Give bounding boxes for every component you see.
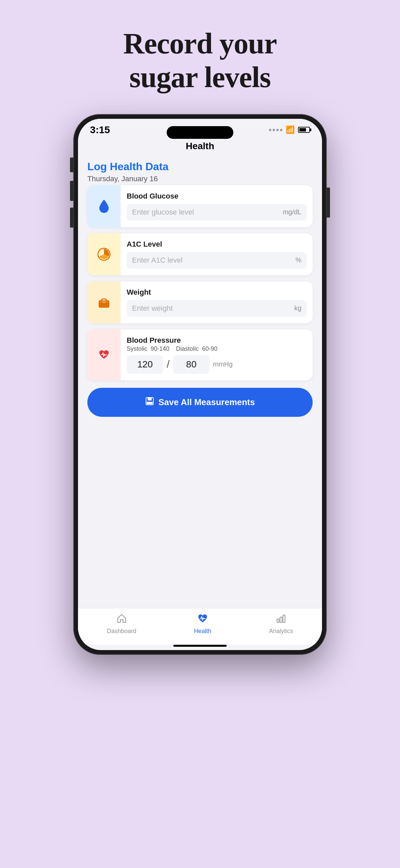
a1c-content: A1C Level Enter A1C level % [121, 233, 313, 275]
status-bar: 3:15 📶 [78, 119, 322, 138]
status-icons: 📶 [269, 125, 310, 134]
section-date: Thursday, January 16 [87, 175, 313, 183]
tab-dashboard[interactable]: Dashboard [107, 613, 136, 635]
analytics-icon [276, 613, 286, 626]
bp-ranges: Systolic 90-140 Diastolic 60-90 [127, 345, 307, 352]
save-all-button[interactable]: Save All Measurements [87, 388, 313, 417]
dashboard-tab-label: Dashboard [107, 628, 136, 635]
bp-inputs: 120 / 80 mmHg [127, 355, 307, 374]
bp-header: Blood Pressure Systolic 90-140 Diastolic… [127, 336, 307, 352]
weight-icon-area [87, 281, 121, 323]
section-header: Log Health Data Thursday, January 16 [87, 160, 313, 183]
signal-dots-icon [269, 129, 282, 131]
save-icon [145, 397, 154, 408]
svg-rect-9 [283, 615, 285, 622]
tab-analytics[interactable]: Analytics [269, 613, 293, 635]
status-time: 3:15 [90, 124, 110, 135]
weight-icon [95, 294, 113, 311]
mute-button [70, 157, 73, 172]
blood-pressure-card: Blood Pressure Systolic 90-140 Diastolic… [87, 330, 313, 380]
svg-rect-6 [147, 402, 153, 404]
nav-title: Health [78, 138, 322, 157]
health-icon [197, 613, 208, 626]
bp-systolic-label: Systolic [127, 345, 147, 352]
save-label: Save All Measurements [158, 397, 255, 407]
power-button [327, 188, 330, 218]
bp-systolic-range: 90-140 [151, 345, 169, 352]
dashboard-icon [116, 613, 127, 626]
section-title: Log Health Data [87, 160, 313, 173]
health-tab-label: Health [194, 628, 211, 635]
blood-glucose-card: Blood Glucose Enter glucose level mg/dL [87, 185, 313, 227]
tab-bar: Dashboard Health [78, 608, 322, 645]
bp-content: Blood Pressure Systolic 90-140 Diastolic… [121, 330, 313, 380]
blood-glucose-placeholder: Enter glucose level [132, 208, 283, 217]
battery-icon [298, 127, 310, 133]
bp-diastolic-input[interactable]: 80 [173, 355, 210, 374]
phone-screen: 3:15 📶 Health Log Health Data Thursday, … [78, 119, 322, 650]
title-line2: sugar levels [129, 61, 271, 93]
phone-shell: 3:15 📶 Health Log Health Data Thursday, … [73, 114, 327, 655]
blood-glucose-unit: mg/dL [283, 208, 301, 216]
a1c-input[interactable]: Enter A1C level % [127, 252, 307, 269]
scroll-area: Log Health Data Thursday, January 16 Blo… [78, 157, 322, 608]
weight-content: Weight Enter weight kg [121, 281, 313, 323]
bp-slash: / [167, 358, 170, 370]
svg-rect-5 [148, 398, 152, 400]
weight-placeholder: Enter weight [132, 304, 294, 313]
a1c-placeholder: Enter A1C level [132, 256, 295, 265]
volume-up-button [70, 181, 73, 201]
volume-down-button [70, 208, 73, 227]
weight-unit: kg [294, 304, 301, 312]
blood-glucose-icon-area [87, 185, 121, 227]
svg-rect-8 [280, 617, 282, 622]
bp-unit: mmHg [213, 361, 233, 368]
page-title: Record your sugar levels [123, 27, 277, 94]
blood-glucose-content: Blood Glucose Enter glucose level mg/dL [121, 185, 313, 227]
bp-label: Blood Pressure [127, 336, 307, 345]
a1c-unit: % [295, 256, 301, 264]
a1c-card: A1C Level Enter A1C level % [87, 233, 313, 275]
bp-diastolic-range: 60-90 [202, 345, 217, 352]
title-line1: Record your [123, 27, 277, 60]
a1c-label: A1C Level [127, 240, 307, 249]
a1c-icon-area [87, 233, 121, 275]
home-indicator [173, 645, 227, 647]
weight-label: Weight [127, 288, 307, 297]
weight-card: Weight Enter weight kg [87, 281, 313, 323]
blood-glucose-label: Blood Glucose [127, 192, 307, 200]
blood-glucose-input[interactable]: Enter glucose level mg/dL [127, 204, 307, 221]
tab-health[interactable]: Health [194, 613, 211, 635]
bp-icon-area [87, 330, 121, 380]
a1c-icon [95, 246, 113, 263]
wifi-icon: 📶 [286, 125, 295, 134]
weight-input[interactable]: Enter weight kg [127, 300, 307, 317]
blood-glucose-icon [95, 197, 113, 215]
notch [167, 126, 233, 139]
bp-systolic-input[interactable]: 120 [127, 355, 163, 374]
svg-rect-3 [103, 301, 105, 303]
svg-rect-7 [277, 619, 279, 622]
bp-icon [95, 346, 113, 364]
bp-diastolic-label: Diastolic [176, 345, 199, 352]
analytics-tab-label: Analytics [269, 628, 293, 635]
